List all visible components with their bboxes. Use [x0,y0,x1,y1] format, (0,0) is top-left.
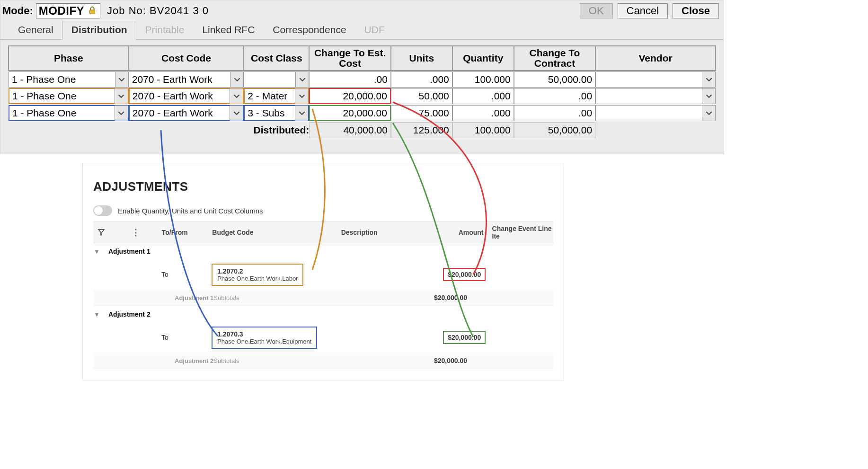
chevron-down-icon [115,106,128,121]
cancel-button[interactable]: Cancel [618,3,668,18]
job-no-value: BV2041 3 0 [150,5,209,17]
subtotal-row: Adjustment 1 Subtotals $20,000.00 [93,290,553,306]
chevron-down-icon [295,88,308,104]
col-amount: Amount [445,229,484,236]
cost-class-dropdown[interactable] [244,71,309,88]
adjustment-group-header[interactable]: ▾ Adjustment 1 [93,243,553,259]
quantity-input[interactable] [452,71,514,88]
cost-class-dropdown[interactable]: 3 - Subs [244,105,309,121]
quantity-input[interactable] [452,88,514,104]
collapse-icon: ▾ [95,248,101,255]
tab-printable: Printable [136,21,194,40]
adjustment-group: ▾ Adjustment 2 To 1.2070.3 Phase One.Ear… [93,306,553,369]
chevron-down-icon [295,72,309,87]
tab-linked-rfc[interactable]: Linked RFC [193,21,264,40]
mode-value: MODIFY [39,4,84,18]
change-est-input[interactable] [309,105,391,121]
col-phase: Phase [9,46,129,71]
chevron-down-icon [702,72,715,87]
units-input[interactable] [391,105,452,121]
enable-columns-label: Enable Quantity, Units and Unit Cost Col… [118,207,263,215]
tab-general[interactable]: General [9,21,62,40]
col-cost-class: Cost Class [244,46,309,71]
adjustment-group-header[interactable]: ▾ Adjustment 2 [93,306,553,322]
change-est-input[interactable] [309,88,391,104]
table-row: 1 - Phase One 2070 - Earth Work 3 - Subs [9,105,716,122]
svg-rect-0 [90,10,95,14]
tab-udf: UDF [355,21,394,40]
cost-code-dropdown[interactable]: 2070 - Earth Work [129,88,244,104]
totals-label: Distributed: [9,122,309,139]
change-contract-input[interactable] [514,71,596,88]
distribution-window: Mode: MODIFY Job No: BV2041 3 0 OK Cance… [0,0,724,154]
enable-columns-toggle[interactable] [93,205,112,216]
col-vendor: Vendor [595,46,716,71]
col-change-event: Change Event Line Ite [484,225,553,240]
adjustment-group: ▾ Adjustment 1 To 1.2070.2 Phase One.Ear… [93,243,553,306]
adjustments-header: ⋮ To/From Budget Code Description Amount… [93,221,553,243]
filter-icon[interactable] [97,229,105,236]
chevron-down-icon [115,72,128,87]
quantity-input[interactable] [452,105,514,121]
change-est-input[interactable] [309,71,391,88]
column-menu-icon[interactable]: ⋮ [132,228,140,237]
vendor-dropdown[interactable] [595,105,716,121]
total-units [391,122,452,138]
cost-code-dropdown[interactable]: 2070 - Earth Work [129,71,244,88]
table-row: 1 - Phase One 2070 - Earth Work [9,71,716,88]
totals-row: Distributed: [9,122,716,139]
chevron-down-icon [230,72,243,87]
tofrom-value: To [161,259,212,290]
subtotal-row: Adjustment 2 Subtotals $20,000.00 [93,353,553,369]
units-input[interactable] [391,88,452,104]
vendor-dropdown[interactable] [595,88,716,104]
vendor-dropdown[interactable] [595,71,716,88]
tabs: General Distribution Printable Linked RF… [0,20,724,40]
mode-box: MODIFY [36,3,100,18]
col-units: Units [391,46,452,71]
budget-code-box: 1.2070.2 Phase One.Earth Work.Labor [212,264,303,286]
phase-dropdown[interactable]: 1 - Phase One [9,88,129,104]
chevron-down-icon [702,88,715,104]
amount-value: $20,000.00 [443,268,486,281]
adjustments-title: ADJUSTMENTS [93,179,553,194]
col-budget: Budget Code [212,229,341,236]
chevron-down-icon [115,88,128,104]
amount-value: $20,000.00 [443,331,486,344]
col-tofrom: To/From [162,229,213,236]
collapse-icon: ▾ [95,310,101,318]
tab-correspondence[interactable]: Correspondence [264,21,355,40]
distribution-grid: Phase Cost Code Cost Class Change To Est… [8,45,716,139]
chevron-down-icon [230,106,243,121]
chevron-down-icon [230,88,243,104]
close-button[interactable]: Close [673,3,719,18]
chevron-down-icon [702,106,715,121]
budget-code-box: 1.2070.3 Phase One.Earth Work.Equipment [212,327,317,349]
change-contract-input[interactable] [514,105,596,121]
phase-dropdown[interactable]: 1 - Phase One [9,105,129,121]
total-change-contract [514,122,596,138]
total-change-est [309,122,391,138]
mode-label: Mode: [2,5,33,17]
col-description: Description [341,229,445,236]
tofrom-value: To [161,322,212,353]
window-header: Mode: MODIFY Job No: BV2041 3 0 OK Cance… [0,0,724,20]
col-cost-code: Cost Code [129,46,244,71]
adjustments-panel: ADJUSTMENTS Enable Quantity, Units and U… [82,163,564,381]
col-quantity: Quantity [452,46,514,71]
cost-class-dropdown[interactable]: 2 - Mater [244,88,309,104]
col-change-est: Change To Est. Cost [309,46,391,71]
phase-dropdown[interactable]: 1 - Phase One [9,71,129,88]
units-input[interactable] [391,71,452,88]
chevron-down-icon [295,106,308,121]
col-change-contract: Change To Contract [514,46,596,71]
lock-icon [87,5,97,17]
job-no-label-value: Job No: BV2041 3 0 [107,5,209,17]
total-quantity [452,122,514,138]
job-no-label: Job No: [107,5,146,17]
table-row: 1 - Phase One 2070 - Earth Work 2 - Mate… [9,88,716,105]
tab-distribution[interactable]: Distribution [62,21,136,40]
cost-code-dropdown[interactable]: 2070 - Earth Work [129,105,244,121]
change-contract-input[interactable] [514,88,596,104]
ok-button[interactable]: OK [580,3,613,18]
